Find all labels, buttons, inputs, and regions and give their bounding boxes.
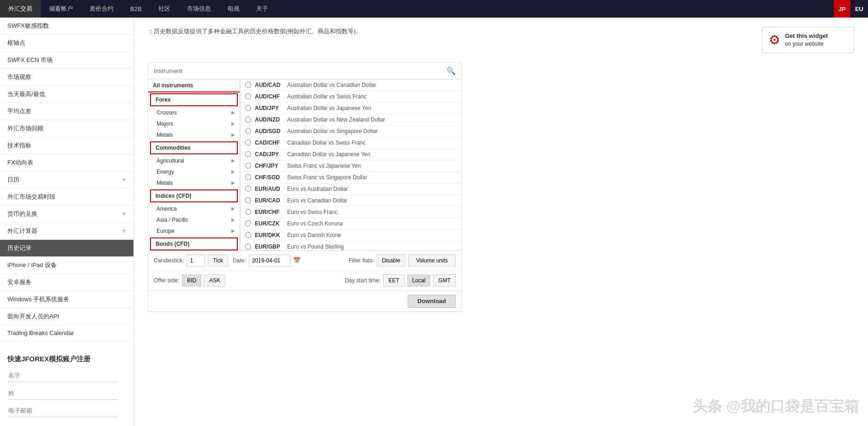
sidebar-item-swfx[interactable]: SWFX敏感指数 — [0, 18, 133, 35]
candlestick-input[interactable] — [187, 255, 205, 267]
sidebar-item-highlow[interactable]: 当天最高/最低 — [0, 86, 133, 103]
instrument-row[interactable]: AUD/JPY Australian Dollar vs Japanese Ye… — [241, 103, 461, 114]
nav-b2b[interactable]: B2B — [122, 0, 150, 18]
instrument-row[interactable]: CAD/JPY Canadian Dollar vs Japanese Yen — [241, 149, 461, 160]
instrument-row[interactable]: EUR/GBP Euro vs Pound Sterling — [241, 241, 461, 250]
instrument-row[interactable]: CAD/CHF Canadian Dollar vs Swiss Franc — [241, 137, 461, 149]
sidebar-item-market-watch[interactable]: 市场观察 — [0, 69, 133, 86]
instrument-row[interactable]: EUR/CAD Euro vs Canadian Dollar — [241, 195, 461, 207]
all-instruments-header[interactable]: All instruments — [148, 79, 240, 92]
forex-section-header[interactable]: Forex — [150, 93, 238, 106]
instrument-name: Australian Dollar vs Singapore Dollar — [287, 128, 378, 134]
calendar-icon[interactable]: 📅 — [293, 257, 301, 264]
instrument-radio[interactable] — [245, 197, 251, 203]
sidebar-item-history[interactable]: 历史记录 — [0, 240, 133, 257]
lang-eu[interactable]: EU — [850, 0, 868, 18]
last-name-field[interactable] — [7, 387, 118, 400]
nav-cfd[interactable]: 差价合约 — [81, 0, 122, 18]
nav-about[interactable]: 关于 — [248, 0, 277, 18]
europe-item[interactable]: Europe ▶ — [148, 225, 240, 237]
sidebar-item-currency-exchange[interactable]: 货币的兑换 + — [0, 206, 133, 223]
instrument-name: Euro vs Danish Krone — [287, 232, 341, 238]
sidebar-item-iphone[interactable]: iPhone / iPad 设备 — [0, 257, 133, 274]
sidebar-item-ecn[interactable]: SWFX ECN 市场 — [0, 52, 133, 69]
instrument-row[interactable]: EUR/CZK Euro vs Czech Koruna — [241, 218, 461, 230]
instrument-radio[interactable] — [245, 93, 251, 99]
arrow-icon: ▶ — [231, 180, 235, 185]
sidebar-item-fx-calculator[interactable]: 外汇计算器 + — [0, 223, 133, 240]
plus-icon: + — [122, 210, 126, 218]
instrument-code: AUD/CAD — [255, 82, 287, 88]
sidebar-item-tech-indicators[interactable]: 技术指标 — [0, 137, 133, 154]
instrument-radio[interactable] — [245, 151, 251, 157]
instrument-code: EUR/DKK — [255, 232, 287, 238]
instrument-row[interactable]: AUD/SGD Australian Dollar vs Singapore D… — [241, 126, 461, 137]
tick-button[interactable]: Tick — [208, 255, 228, 267]
sidebar-item-fx-trend[interactable]: FX动向表 — [0, 154, 133, 171]
asia-pacific-item[interactable]: Asia / Pacific ▶ — [148, 214, 240, 225]
agricultural-item[interactable]: Agricultural ▶ — [148, 155, 240, 166]
sidebar-item-calendar[interactable]: 日历 + — [0, 171, 133, 189]
sidebar-item-market-review[interactable]: 外汇市场回顾 — [0, 120, 133, 137]
instrument-radio[interactable] — [245, 209, 251, 215]
nav-market-info[interactable]: 市场信息 — [179, 0, 219, 18]
nav-savings[interactable]: 储蓄帐户 — [41, 0, 81, 18]
indices-cfd-header[interactable]: Indices (CFD) — [150, 189, 238, 202]
instrument-radio[interactable] — [245, 116, 251, 122]
sidebar-item-trading-breaks[interactable]: Trading Breaks Calendar — [0, 325, 133, 341]
instrument-row[interactable]: AUD/CAD Australian Dollar vs Canadian Do… — [241, 79, 461, 91]
instrument-radio[interactable] — [245, 105, 251, 111]
instrument-row[interactable]: EUR/DKK Euro vs Danish Krone — [241, 230, 461, 241]
america-item[interactable]: America ▶ — [148, 203, 240, 214]
instrument-row[interactable]: CHF/JPY Swiss Franc vs Japanese Yen — [241, 160, 461, 172]
metals-commodities-item[interactable]: Metals ▶ — [148, 177, 240, 189]
majors-item[interactable]: Majors ▶ — [148, 118, 240, 129]
sidebar-item-avg-spread[interactable]: 平均点差 — [0, 103, 133, 120]
instrument-row[interactable]: AUD/CHF Australian Dollar vs Swiss Franc — [241, 91, 461, 103]
widget-box[interactable]: ⚙ Get this widget on your website — [762, 27, 854, 53]
instrument-radio[interactable] — [245, 174, 251, 180]
controls-row-2: Offer side: BID ASK Day start time: EET … — [148, 271, 461, 291]
date-input[interactable] — [249, 255, 290, 267]
filter-flats-button[interactable]: Disable — [377, 255, 405, 267]
sidebar-item-trading-hours[interactable]: 外汇市场交易时段 — [0, 189, 133, 206]
bonds-cfd-header[interactable]: Bonds (CFD) — [150, 237, 238, 250]
lang-jp[interactable]: JP — [834, 0, 850, 18]
sidebar-item-pivot[interactable]: 枢轴点 — [0, 35, 133, 52]
first-name-field[interactable] — [7, 369, 118, 382]
energy-item[interactable]: Energy ▶ — [148, 166, 240, 177]
bid-button[interactable]: BID — [182, 274, 201, 286]
volume-units-button[interactable]: Volume units — [408, 255, 456, 267]
instrument-row[interactable]: CHF/SGD Swiss Franc vs Singapore Dollar — [241, 172, 461, 183]
crosses-item[interactable]: Crosses ▶ — [148, 107, 240, 118]
commodities-section-header[interactable]: Commodities — [150, 141, 238, 154]
sidebar-item-windows-phone[interactable]: Windows 手机系统服务 — [0, 291, 133, 308]
instrument-radio[interactable] — [245, 186, 251, 192]
instrument-radio[interactable] — [245, 163, 251, 169]
nav-tv[interactable]: 电视 — [219, 0, 248, 18]
nav-forex[interactable]: 外汇交易 — [0, 0, 41, 18]
instrument-body: All instruments Forex Crosses ▶ Majors ▶… — [148, 79, 461, 250]
instrument-radio[interactable] — [245, 220, 251, 226]
search-icon[interactable]: 🔍 — [446, 67, 456, 75]
download-button[interactable]: Download — [408, 295, 456, 308]
instrument-code: AUD/SGD — [255, 128, 287, 134]
nav-community[interactable]: 社区 — [150, 0, 179, 18]
search-label: Instrument — [154, 67, 182, 74]
instrument-radio[interactable] — [245, 232, 251, 238]
instrument-row[interactable]: AUD/NZD Australian Dollar vs New Zealand… — [241, 114, 461, 126]
instrument-row[interactable]: EUR/CHF Euro vs Swiss Franc — [241, 207, 461, 218]
local-button[interactable]: Local — [407, 274, 431, 286]
ask-button[interactable]: ASK — [204, 274, 225, 286]
instrument-radio[interactable] — [245, 82, 251, 88]
instrument-radio[interactable] — [245, 140, 251, 146]
gmt-button[interactable]: GMT — [433, 274, 456, 286]
email-field[interactable] — [7, 404, 118, 417]
day-start-time-btn[interactable]: EET — [383, 274, 404, 286]
sidebar-item-android[interactable]: 安卓服务 — [0, 274, 133, 291]
sidebar-item-api[interactable]: 面向开发人员的API — [0, 308, 133, 325]
instrument-row[interactable]: EUR/AUD Euro vs Australian Dollar — [241, 183, 461, 195]
instrument-radio[interactable] — [245, 128, 251, 134]
instrument-radio[interactable] — [245, 243, 251, 250]
metals-forex-item[interactable]: Metals ▶ — [148, 129, 240, 140]
